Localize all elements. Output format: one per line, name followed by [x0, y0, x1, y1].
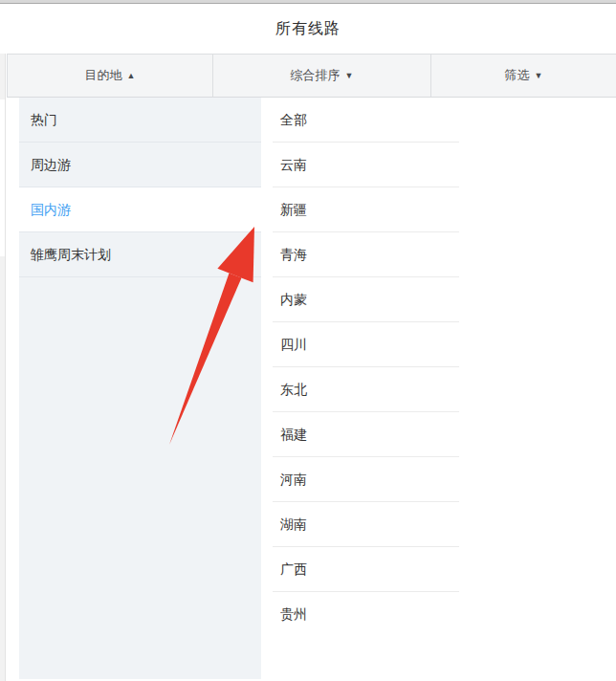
left-scrollbar-thumb[interactable] — [0, 99, 5, 256]
region-item-all[interactable]: 全部 — [261, 98, 616, 143]
region-item-neimeng[interactable]: 内蒙 — [261, 277, 616, 322]
region-item-qinghai[interactable]: 青海 — [261, 232, 616, 277]
region-item-sichuan[interactable]: 四川 — [261, 322, 616, 367]
sidebar-item-eaglet-weekend-plan[interactable]: 雏鹰周末计划 — [19, 232, 261, 277]
tab-destination-label: 目的地 — [85, 67, 122, 84]
header: 所有线路 — [0, 4, 616, 54]
region-item-guizhou[interactable]: 贵州 — [261, 592, 616, 637]
region-item-xinjiang[interactable]: 新疆 — [261, 187, 616, 232]
tab-filter-label: 筛选 — [505, 67, 530, 84]
category-sidebar: 热门 周边游 国内游 雏鹰周末计划 — [19, 98, 261, 679]
tab-filter[interactable]: 筛选 ▼ — [431, 55, 616, 97]
region-item-dongbei[interactable]: 东北 — [261, 367, 616, 412]
region-item-henan[interactable]: 河南 — [261, 457, 616, 502]
region-list: 全部 云南 新疆 青海 内蒙 四川 东北 福建 河南 湖南 广西 贵州 — [261, 98, 616, 679]
region-item-yunnan[interactable]: 云南 — [261, 143, 616, 187]
left-scrollbar-track[interactable] — [0, 54, 6, 681]
caret-down-icon: ▼ — [535, 72, 543, 80]
caret-down-icon: ▼ — [345, 72, 354, 80]
filter-bar: 目的地 ▲ 综合排序 ▼ 筛选 ▼ — [7, 54, 616, 98]
sidebar-item-hot[interactable]: 热门 — [19, 98, 261, 143]
region-item-fujian[interactable]: 福建 — [261, 412, 616, 457]
sidebar-item-domestic-tours[interactable]: 国内游 — [19, 187, 261, 232]
page-title: 所有线路 — [275, 19, 341, 39]
tab-destination[interactable]: 目的地 ▲ — [8, 55, 213, 97]
dropdown-panel: 热门 周边游 国内游 雏鹰周末计划 全部 云南 新疆 青海 内蒙 四川 东北 福… — [0, 98, 616, 679]
caret-up-icon: ▲ — [127, 72, 136, 80]
tab-sort-label: 综合排序 — [291, 67, 341, 84]
region-item-guangxi[interactable]: 广西 — [261, 547, 616, 592]
tab-sort[interactable]: 综合排序 ▼ — [213, 55, 431, 97]
sidebar-item-nearby-tours[interactable]: 周边游 — [19, 143, 261, 187]
region-item-hunan[interactable]: 湖南 — [261, 502, 616, 547]
